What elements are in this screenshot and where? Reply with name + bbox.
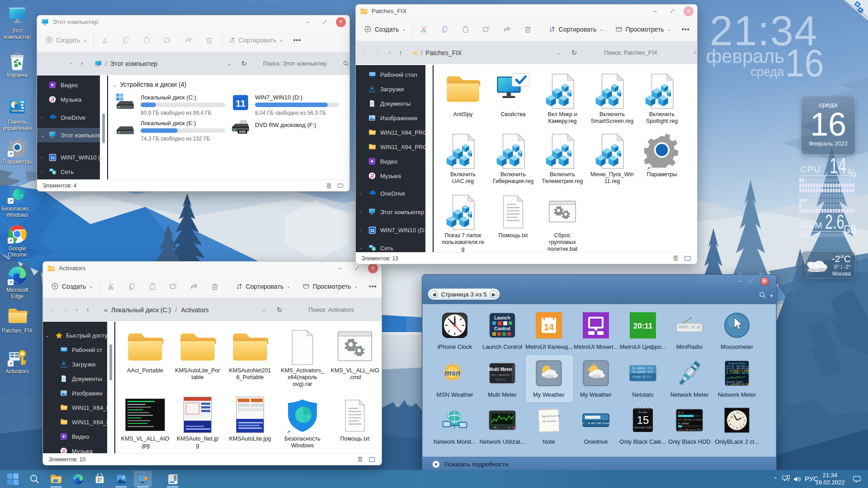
svg-text:5: 5 bbox=[740, 425, 742, 429]
svg-text:8: 8 bbox=[730, 422, 731, 426]
svg-text:1: 1 bbox=[740, 412, 742, 416]
svg-text:SFkilla ©: SFkilla © bbox=[495, 378, 506, 381]
svg-text:20:11: 20:11 bbox=[633, 322, 653, 330]
svg-text:129.1 GB free of 954 GB: 129.1 GB free of 954 GB bbox=[678, 428, 703, 431]
svg-text:22 KB: 22 KB bbox=[508, 427, 515, 429]
svg-text:Control: Control bbox=[494, 326, 510, 331]
svg-text:⬇ 1.9114M/B 31.41GB: ⬇ 1.9114M/B 31.41GB bbox=[726, 383, 750, 385]
svg-text:Multi Meter: Multi Meter bbox=[489, 367, 513, 372]
svg-text:D: (Data): D: (Data) bbox=[678, 422, 689, 425]
svg-text:37.1 GB free of 238 GB: 37.1 GB free of 238 GB bbox=[678, 418, 703, 421]
svg-text:DL speed : 0 k: DL speed : 0 k bbox=[632, 366, 652, 370]
svg-text:Launch: Launch bbox=[494, 315, 510, 320]
svg-text:4: 4 bbox=[743, 422, 745, 426]
svg-text:2%: 2% bbox=[494, 427, 496, 429]
svg-text:msn: msn bbox=[445, 369, 461, 377]
svg-text:9: 9 bbox=[728, 419, 730, 422]
svg-text:⬆ 1.710MB/s 220.8kB/s: ⬆ 1.710MB/s 220.8kB/s bbox=[726, 372, 750, 374]
svg-text:12: 12 bbox=[736, 411, 740, 414]
svg-text:By Gersma: By Gersma bbox=[543, 419, 556, 422]
svg-text:Sunday: Sunday bbox=[638, 411, 647, 413]
svg-text:3: 3 bbox=[744, 419, 745, 422]
svg-text:10: 10 bbox=[730, 415, 733, 419]
svg-text:7: 7 bbox=[732, 425, 734, 429]
svg-text:CPU | MEMORY: CPU | MEMORY bbox=[491, 374, 510, 376]
svg-text:C : 8.44 GB Free: C : 8.44 GB Free bbox=[582, 421, 610, 425]
svg-text:Network Meter: Network Meter bbox=[728, 362, 745, 365]
svg-text:14: 14 bbox=[544, 322, 554, 332]
svg-text:Usage @ 1%: Usage @ 1% bbox=[632, 375, 651, 379]
svg-text:UL speed : 0 k: UL speed : 0 k bbox=[632, 370, 652, 374]
svg-text:November 2009: November 2009 bbox=[634, 426, 651, 429]
svg-text:2: 2 bbox=[743, 415, 745, 419]
svg-text:6: 6 bbox=[736, 426, 738, 430]
svg-text:15: 15 bbox=[637, 414, 649, 426]
svg-text:C: (): C: () bbox=[678, 411, 684, 414]
